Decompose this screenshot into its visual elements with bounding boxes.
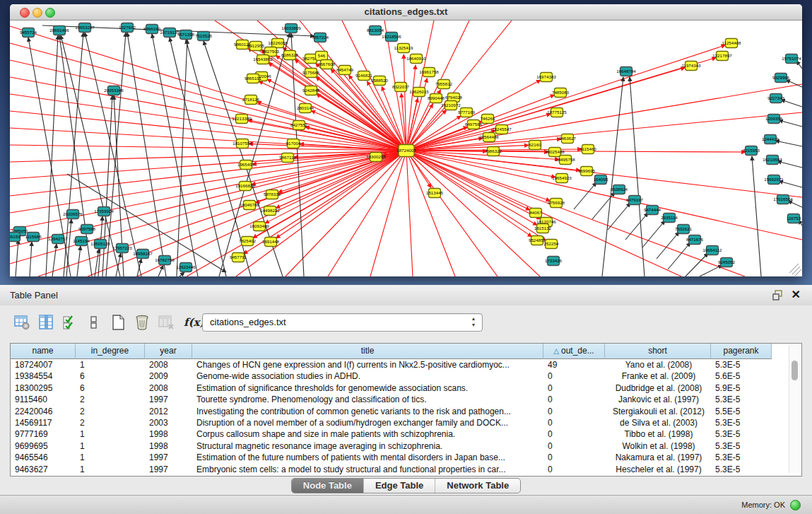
network-node[interactable]: 8938924 <box>611 185 628 194</box>
network-node[interactable]: 17016504 <box>773 195 793 204</box>
network-node[interactable]: 1244419 <box>762 135 779 144</box>
table-row[interactable]: 1456911722003Disruption of a novel membe… <box>11 417 772 428</box>
table-row[interactable]: 969969511998Structural magnetic resonanc… <box>11 440 772 452</box>
column-header-in-degree[interactable]: in_degree <box>76 344 145 359</box>
network-edge-red[interactable] <box>406 151 540 276</box>
network-node[interactable]: 16033809 <box>281 24 301 33</box>
network-edge-red[interactable] <box>406 98 418 151</box>
network-node[interactable]: 7515526 <box>195 32 213 41</box>
network-edge-red[interactable] <box>406 112 802 151</box>
network-edge-red[interactable] <box>406 151 802 240</box>
network-node[interactable]: 19218506 <box>382 33 401 42</box>
network-edge-black[interactable] <box>158 265 163 276</box>
network-node[interactable]: 7986322 <box>485 147 502 156</box>
network-node[interactable]: 18226058 <box>268 39 288 48</box>
network-edge-red[interactable] <box>10 151 406 196</box>
column-select-icon[interactable] <box>35 313 57 332</box>
network-node[interactable]: 1115686 <box>25 233 42 242</box>
network-node[interactable]: 9146821 <box>355 71 373 81</box>
network-node[interactable]: 7932621 <box>675 225 693 234</box>
network-node[interactable]: 8454749 <box>336 66 354 75</box>
network-node[interactable]: 2718126 <box>242 95 260 105</box>
select-all-columns-icon[interactable] <box>59 313 81 332</box>
network-node[interactable]: 9865101 <box>245 74 262 83</box>
network-node[interactable]: 9463627 <box>559 134 577 144</box>
column-header-name[interactable]: name <box>11 344 76 359</box>
network-edge-black[interactable] <box>102 95 112 276</box>
network-node[interactable]: 1965493 <box>237 160 255 170</box>
network-node[interactable]: 20691406 <box>49 26 69 35</box>
network-node[interactable]: 2667608 <box>318 60 336 69</box>
network-node[interactable]: 17957223 <box>112 244 132 253</box>
network-edge-red[interactable] <box>406 151 498 276</box>
unselect-columns-icon[interactable] <box>83 313 105 332</box>
network-node[interactable]: 11325419 <box>394 44 413 53</box>
network-node[interactable]: 252254 <box>544 240 559 249</box>
column-header-title[interactable]: title <box>192 344 543 359</box>
network-edge-black[interactable] <box>700 265 722 276</box>
network-node[interactable]: 546 <box>316 52 328 61</box>
network-node[interactable]: 9777169 <box>458 108 476 117</box>
network-edge-black[interactable] <box>630 77 645 276</box>
network-edge-black[interactable] <box>775 141 802 146</box>
tab-node-table[interactable]: Node Table <box>292 479 364 493</box>
network-node[interactable]: 9329966 <box>772 74 790 83</box>
network-node[interactable]: 2935114 <box>661 214 678 223</box>
network-node[interactable]: 917004 <box>286 139 301 148</box>
network-node[interactable]: 1691448 <box>262 238 280 247</box>
network-node[interactable]: 9242848 <box>302 86 320 95</box>
network-node[interactable]: 1327602 <box>119 23 136 33</box>
network-node[interactable]: 11254408 <box>722 39 741 48</box>
network-node[interactable]: 9756928 <box>548 199 565 208</box>
network-node[interactable]: 1733426 <box>545 257 563 266</box>
network-node[interactable]: 18495758 <box>555 156 575 165</box>
network-edge-black[interactable] <box>657 232 679 259</box>
network-node[interactable]: 7857224 <box>312 33 329 42</box>
scrollbar-thumb[interactable] <box>792 361 798 380</box>
network-edge-black[interactable] <box>152 34 198 276</box>
network-edge-black[interactable] <box>625 213 648 240</box>
network-node[interactable]: 16782759 <box>155 256 175 265</box>
column-header-out-degree[interactable]: △out_de... <box>543 344 605 359</box>
table-mode-icon[interactable] <box>11 313 33 332</box>
network-node[interactable]: 1209358 <box>765 115 783 124</box>
network-node[interactable]: 15692971 <box>764 175 784 185</box>
network-node[interactable]: 19166828 <box>235 182 255 191</box>
tab-network-table[interactable]: Network Table <box>435 479 520 493</box>
column-header-pagerank[interactable]: pagerank <box>711 344 772 359</box>
network-edge-black[interactable] <box>779 181 802 187</box>
network-node[interactable]: 84067 <box>529 209 542 218</box>
network-view-window[interactable]: citations_edges.txt 98601228912955182260… <box>10 4 802 276</box>
network-edge-black[interactable] <box>30 242 32 276</box>
network-edge-black[interactable] <box>686 253 708 276</box>
network-edge-black[interactable] <box>668 243 690 269</box>
table-row[interactable]: 2242004622012Investigating the contribut… <box>11 406 772 417</box>
float-panel-icon[interactable] <box>772 290 784 300</box>
network-edge-black[interactable] <box>752 156 761 276</box>
network-node[interactable]: 4671358 <box>177 30 195 40</box>
network-node[interactable]: 12942757 <box>48 235 68 244</box>
table-row[interactable]: 946554611997Estimation of the future num… <box>11 452 772 463</box>
network-node[interactable]: 746266 <box>481 115 495 124</box>
network-node[interactable]: 19654923 <box>552 174 572 183</box>
column-header-year[interactable]: year <box>145 344 192 359</box>
network-node[interactable]: 9455724 <box>20 28 37 37</box>
network-node[interactable]: 5878335 <box>264 190 281 199</box>
network-edge-black[interactable] <box>608 203 630 230</box>
network-node[interactable]: 9097588 <box>78 225 96 234</box>
network-edge-red[interactable] <box>311 110 406 151</box>
network-node[interactable]: 6497568 <box>465 120 483 129</box>
network-node[interactable]: 7825402 <box>239 237 257 246</box>
network-edge-red[interactable] <box>406 151 537 226</box>
network-edge-black[interactable] <box>574 182 596 209</box>
network-edge-red[interactable] <box>406 65 416 151</box>
network-node[interactable]: 16046788 <box>240 201 259 210</box>
network-node[interactable]: 9867110 <box>279 153 296 163</box>
network-node[interactable]: 11974343 <box>681 62 701 71</box>
network-node[interactable]: 2803144 <box>297 104 314 113</box>
network-node[interactable]: 18107554 <box>233 139 252 148</box>
network-node[interactable]: 16210643 <box>763 156 782 165</box>
network-edge-black[interactable] <box>592 192 615 219</box>
network-edge-black[interactable] <box>77 246 81 276</box>
network-node[interactable]: 6479197 <box>626 196 644 205</box>
